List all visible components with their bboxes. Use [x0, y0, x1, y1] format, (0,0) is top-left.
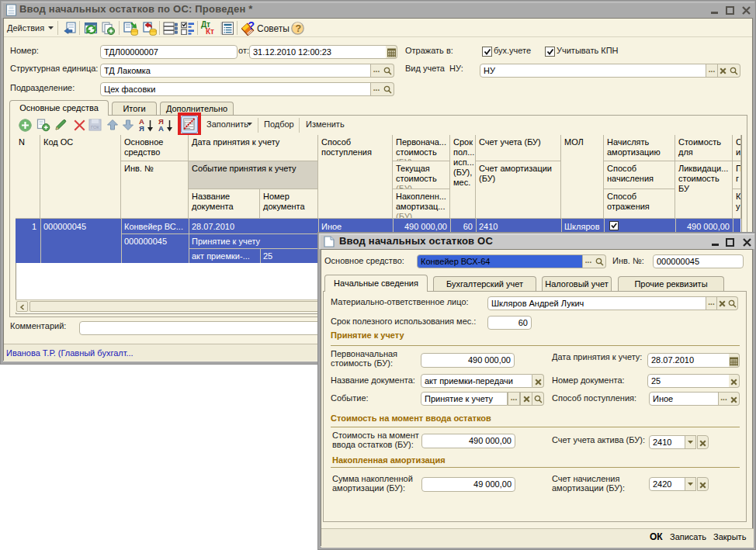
svg-text:?: ?	[248, 20, 255, 32]
svg-text:?: ?	[295, 23, 301, 34]
svg-text:ГОК: ГОК	[91, 125, 100, 130]
